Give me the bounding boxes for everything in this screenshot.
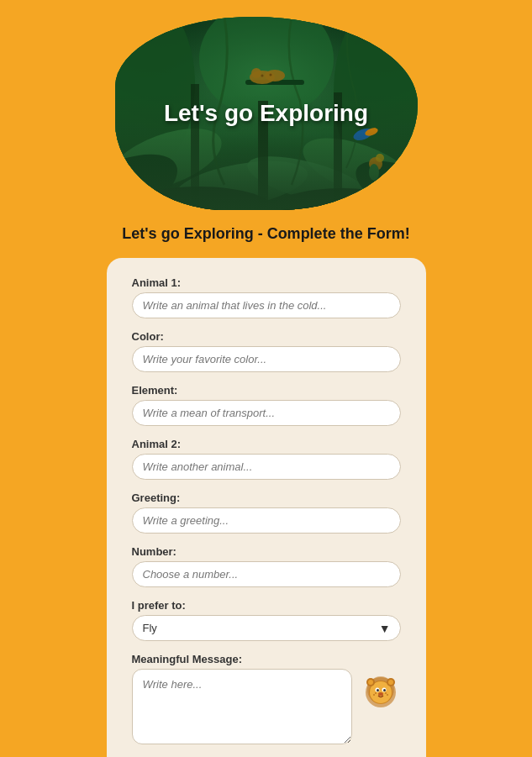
- select-wrapper-prefer: Fly Swim Run Climb ▼: [132, 615, 401, 641]
- svg-point-40: [388, 680, 393, 685]
- input-color[interactable]: [132, 346, 401, 372]
- svg-point-11: [345, 146, 417, 210]
- input-number[interactable]: [132, 561, 401, 587]
- field-color: Color:: [132, 330, 401, 372]
- form-card: Animal 1: Color: Element: Animal 2: Gree…: [107, 258, 426, 757]
- svg-point-9: [242, 146, 373, 210]
- svg-point-8: [171, 152, 310, 210]
- textarea-row: [132, 669, 401, 748]
- svg-point-24: [265, 70, 285, 81]
- svg-point-17: [351, 126, 374, 142]
- textarea-message[interactable]: [132, 669, 352, 744]
- textarea-wrapper: [132, 669, 352, 748]
- label-prefer: I prefer to:: [132, 599, 401, 612]
- svg-point-10: [115, 138, 188, 210]
- svg-point-36: [378, 692, 383, 696]
- svg-point-13: [271, 188, 413, 210]
- input-greeting[interactable]: [132, 507, 401, 534]
- field-message: Meaningful Message:: [132, 653, 401, 748]
- svg-point-3: [115, 17, 195, 168]
- field-greeting: Greeting:: [132, 492, 401, 534]
- label-animal2: Animal 2:: [132, 438, 401, 450]
- hero-image: Let's go Exploring: [115, 17, 418, 210]
- svg-point-6: [115, 116, 229, 203]
- label-message: Meaningful Message:: [132, 653, 401, 665]
- page-subtitle: Let's go Exploring - Complete the Form!: [122, 225, 409, 243]
- svg-point-25: [251, 68, 261, 78]
- label-element: Element:: [132, 384, 401, 397]
- svg-point-38: [368, 680, 373, 685]
- svg-point-7: [295, 126, 417, 210]
- svg-point-43: [385, 692, 387, 694]
- svg-point-34: [377, 689, 379, 691]
- label-greeting: Greeting:: [132, 492, 401, 504]
- input-element[interactable]: [132, 400, 401, 426]
- svg-point-12: [124, 187, 275, 210]
- svg-point-26: [261, 75, 263, 77]
- svg-point-18: [364, 127, 379, 138]
- select-prefer[interactable]: Fly Swim Run Climb: [132, 615, 401, 641]
- field-animal1: Animal 1:: [132, 276, 401, 318]
- svg-point-42: [373, 694, 375, 696]
- label-number: Number:: [132, 545, 401, 558]
- svg-point-21: [369, 164, 379, 181]
- input-animal2[interactable]: [132, 454, 401, 480]
- field-animal2: Animal 2:: [132, 438, 401, 480]
- label-color: Color:: [132, 330, 401, 343]
- svg-point-41: [375, 692, 377, 694]
- field-prefer: I prefer to: Fly Swim Run Climb ▼: [132, 599, 401, 641]
- field-number: Number:: [132, 545, 401, 587]
- hero-title: Let's go Exploring: [164, 100, 368, 127]
- input-animal1[interactable]: [132, 292, 401, 318]
- label-animal1: Animal 1:: [132, 276, 401, 289]
- svg-point-44: [387, 694, 388, 696]
- lion-icon: [361, 670, 401, 711]
- field-element: Element:: [132, 384, 401, 426]
- svg-point-35: [383, 689, 386, 691]
- svg-point-20: [376, 154, 384, 162]
- svg-point-27: [269, 74, 271, 76]
- svg-point-19: [369, 157, 382, 171]
